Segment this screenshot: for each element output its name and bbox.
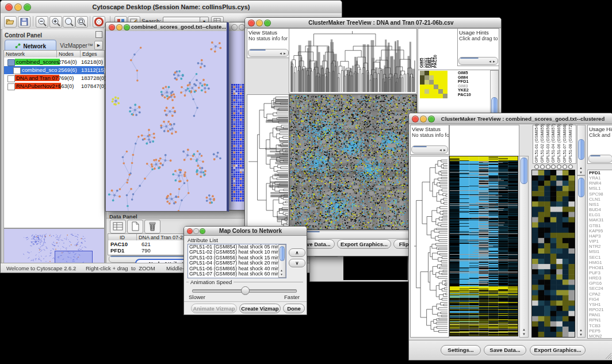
gene-label[interactable]: MSI1 [589, 249, 612, 254]
network-list-row[interactable]: RNAPuberNov2+I563(0)107847(0) [4, 82, 104, 90]
treeview2-settings-button[interactable]: Settings... [441, 345, 481, 355]
matrix-cell[interactable] [443, 71, 447, 75]
treeview1-column-dendrogram[interactable] [289, 28, 417, 94]
heatmap-column-label[interactable]: GPL51-07 (GSM868) [563, 127, 567, 163]
matrix-cell[interactable] [434, 75, 438, 80]
treeview2-heatmap[interactable] [449, 156, 518, 336]
gene-label[interactable]: SEC1 [589, 255, 612, 260]
matrix-cell[interactable] [420, 75, 424, 80]
treeview2-export-graphics-button[interactable]: Export Graphics... [530, 345, 586, 355]
matrix-cell[interactable] [429, 80, 434, 85]
zoom-selected-icon[interactable] [63, 16, 75, 28]
usage-hints-scrollbar[interactable]: ◄► [458, 57, 498, 65]
gene-label[interactable]: TCB3 [589, 323, 612, 328]
zoom-out-icon[interactable] [36, 16, 48, 28]
treeview2-row-dendrogram[interactable] [410, 156, 449, 338]
matrix-cell[interactable] [420, 94, 424, 98]
gene-label[interactable]: RPN1 [589, 317, 612, 323]
matrix-cell[interactable] [424, 80, 429, 85]
done-button[interactable]: Done [283, 304, 305, 313]
matrix-cell[interactable] [429, 71, 434, 75]
gene-label[interactable]: FIG4 [589, 297, 612, 302]
gene-label[interactable]: MON2 [589, 334, 612, 339]
column-header-network[interactable]: Network [4, 51, 57, 58]
gene-label[interactable]: GPI16 [589, 281, 612, 286]
scrollbar-thumb[interactable] [578, 139, 584, 160]
animation-slider-thumb[interactable] [241, 286, 250, 295]
network1-canvas[interactable] [106, 31, 224, 211]
column-handle-icon[interactable] [557, 164, 561, 169]
matrix-cell[interactable] [438, 71, 443, 75]
create-vizmap-button[interactable]: Create Vizmap [239, 304, 281, 313]
gene-label[interactable]: HMG1 [589, 260, 612, 265]
tab-overflow-button[interactable]: ▶ [94, 41, 103, 50]
gene-label[interactable]: RPO21 [589, 307, 612, 312]
matrix-cell[interactable] [424, 75, 429, 80]
gene-label[interactable]: ELG1 [589, 212, 612, 217]
move-down-button[interactable]: ∨ [289, 259, 305, 267]
column-handle-icon[interactable] [551, 164, 556, 169]
heatmap-column-label[interactable]: GPL51-08 (GSM872) [568, 127, 572, 163]
matrix-cell[interactable] [438, 89, 443, 94]
matrix-cell[interactable] [443, 89, 447, 94]
move-up-button[interactable]: ∧ [289, 248, 305, 257]
gene-label[interactable]: HAP3 [589, 233, 612, 239]
matrix-cell[interactable] [443, 75, 447, 80]
treeview2-column-dendrogram[interactable] [449, 125, 519, 156]
matrix-cell[interactable] [420, 71, 424, 75]
matrix-cell[interactable] [438, 80, 443, 85]
gene-label[interactable]: SEC24 [589, 286, 612, 291]
attribute-listbox[interactable]: GPL51-01 (GSM854) heat shock 05 minGPL51… [188, 244, 286, 278]
open-file-button[interactable] [4, 16, 17, 28]
column-header-id[interactable]: ID [108, 234, 137, 240]
float-panel-icon[interactable] [95, 31, 102, 38]
matrix-cell[interactable] [424, 85, 429, 89]
zoom-in-icon[interactable] [49, 16, 62, 28]
view-status-scrollbar[interactable]: ◄► [248, 49, 289, 57]
treeview2-labels-vscrollbar[interactable]: ▲▼ [577, 125, 586, 175]
heatmap-column-label[interactable]: GPL51-02 (GSM855) [540, 127, 544, 163]
matrix-cell[interactable] [420, 80, 424, 85]
column-header-nodes[interactable]: Nodes [57, 51, 81, 58]
delete-attribute-button[interactable] [144, 220, 160, 233]
treeview2-gene-list[interactable]: PFD1YRA1RNR4MSL1SPC98CLN1NIS1BUD4ELG1MAK… [587, 170, 612, 339]
attribute-items[interactable]: GPL51-01 (GSM854) heat shock 05 minGPL51… [188, 244, 286, 277]
treeview1-column-labels[interactable]: GIM5GIM4PFD1GIM3YKE2PAC10 [419, 29, 438, 68]
treeview2-titlebar[interactable]: ClusterMaker TreeView : combined_scores_… [409, 113, 612, 124]
matrix-cell[interactable] [438, 94, 443, 98]
gene-label[interactable]: NIS1 [589, 202, 612, 207]
network1-titlebar[interactable]: combined_scores_good.txt--cluste... [106, 22, 227, 32]
scrollbar-thumb[interactable] [280, 246, 285, 261]
matrix-column-label[interactable]: PAC10 [433, 30, 437, 68]
column-header-edges[interactable]: Edges [81, 51, 104, 58]
attribute-select-button[interactable] [110, 220, 126, 233]
gene-label[interactable]: HRD3 [589, 275, 612, 281]
heatmap-column-label[interactable]: GPL51-03 (GSM856) [546, 127, 550, 163]
dialog-titlebar[interactable]: Map Colors to Network [184, 227, 307, 236]
network-list-row[interactable]: DNA and Tran 07769(0)183728(0) [4, 74, 104, 82]
gene-label[interactable]: NTR2 [589, 244, 612, 249]
new-attribute-button[interactable] [127, 220, 143, 233]
gene-label[interactable]: RNR4 [589, 181, 612, 186]
gene-label[interactable]: PHO81 [589, 265, 612, 270]
gene-label[interactable]: SPC98 [589, 191, 612, 197]
matrix-cell[interactable] [429, 89, 434, 94]
treeview2-zoom-heatmap[interactable] [531, 170, 575, 338]
treeview1-heatmap[interactable] [289, 94, 417, 230]
heatmap-column-label[interactable]: GPL51-01 (GSM854) [534, 127, 538, 163]
main-titlebar[interactable]: Cytoscape Desktop (Session Name: collins… [1, 1, 342, 14]
network-list-row[interactable]: combined_sco2569(6)13112(15) [4, 66, 104, 74]
matrix-cell[interactable] [429, 94, 434, 98]
treeview2-column-handles[interactable] [533, 164, 575, 169]
gene-label[interactable]: MAK31 [589, 217, 612, 223]
column-handle-icon[interactable] [534, 164, 539, 169]
matrix-cell[interactable] [420, 89, 424, 94]
matrix-cell[interactable] [429, 85, 434, 89]
gene-label[interactable]: YRA1 [589, 175, 612, 181]
usage-hints-scrollbar[interactable] [588, 155, 612, 163]
attribute-list-item[interactable]: GPL51-07 (GSM868) heat shock 60 min [188, 271, 286, 277]
gene-label[interactable]: KAP95 [589, 228, 612, 233]
matrix-cell[interactable] [438, 75, 443, 80]
tab-vizmapper[interactable]: VizMapper™ [56, 40, 97, 50]
zoom-fit-icon[interactable] [75, 16, 88, 28]
